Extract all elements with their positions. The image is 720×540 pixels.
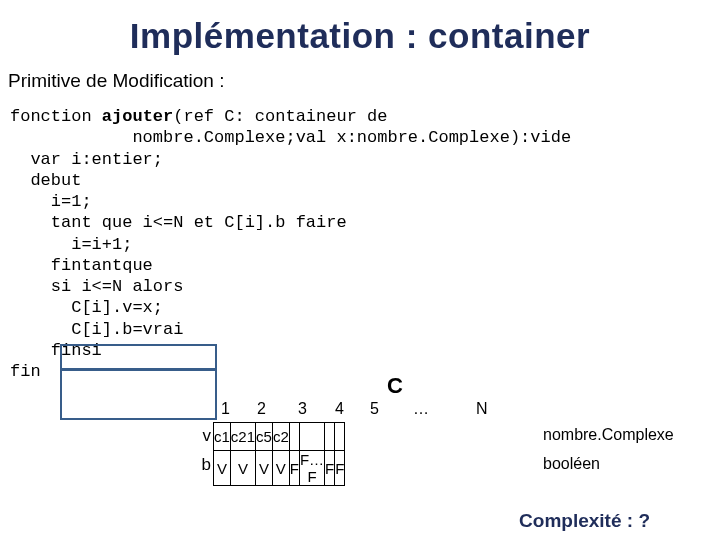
type-label-v: nombre.Complexe bbox=[543, 426, 674, 444]
cell-v-3: c5 bbox=[256, 423, 273, 451]
code-line-11: C[i].b=vrai bbox=[10, 320, 183, 339]
cell-b-7: F bbox=[325, 451, 335, 486]
cell-b-6: F…F bbox=[299, 451, 324, 486]
cell-v-6 bbox=[299, 423, 324, 451]
cell-v-8 bbox=[335, 423, 345, 451]
row-b: V V V V F F…F F F bbox=[214, 451, 345, 486]
code-line-1a: fonction bbox=[10, 107, 102, 126]
cell-b-5: F bbox=[289, 451, 299, 486]
index-2: 2 bbox=[257, 400, 266, 418]
code-line-6: tant que i<=N et C[i].b faire bbox=[10, 213, 347, 232]
cell-b-2: V bbox=[230, 451, 255, 486]
highlight-box-assignment bbox=[60, 369, 217, 420]
code-line-9: si i<=N alors bbox=[10, 277, 183, 296]
cell-b-3: V bbox=[256, 451, 273, 486]
code-line-2: nombre.Complexe;val x:nombre.Complexe):v… bbox=[10, 128, 571, 147]
cell-v-4: c2 bbox=[272, 423, 289, 451]
row-label-v: v bbox=[193, 426, 211, 446]
row-label-b: b bbox=[193, 455, 211, 475]
array-name-label: C bbox=[387, 373, 403, 399]
cell-v-2: c21 bbox=[230, 423, 255, 451]
code-line-1c: (ref C: containeur de bbox=[173, 107, 387, 126]
index-5: 5 bbox=[370, 400, 379, 418]
cell-v-5 bbox=[289, 423, 299, 451]
cell-v-7 bbox=[325, 423, 335, 451]
cell-b-4: V bbox=[272, 451, 289, 486]
slide-title: Implémentation : container bbox=[0, 0, 720, 56]
index-n: N bbox=[476, 400, 488, 418]
section-subtitle: Primitive de Modification : bbox=[0, 56, 720, 92]
array-grid: c1 c21 c5 c2 V V V V F F…F F F bbox=[213, 422, 345, 486]
index-dots: … bbox=[413, 400, 429, 418]
index-4: 4 bbox=[335, 400, 344, 418]
cell-v-1: c1 bbox=[214, 423, 231, 451]
complexity-label: Complexité : ? bbox=[519, 510, 650, 532]
code-line-10: C[i].v=x; bbox=[10, 298, 163, 317]
code-line-5: i=1; bbox=[10, 192, 92, 211]
code-line-7: i=i+1; bbox=[10, 235, 132, 254]
code-block: fonction ajouter(ref C: containeur de no… bbox=[0, 92, 720, 382]
row-v: c1 c21 c5 c2 bbox=[214, 423, 345, 451]
code-line-4: debut bbox=[10, 171, 81, 190]
type-label-b: booléen bbox=[543, 455, 600, 473]
index-3: 3 bbox=[298, 400, 307, 418]
highlight-box-condition bbox=[60, 344, 217, 370]
code-line-13: fin bbox=[10, 362, 41, 381]
index-1: 1 bbox=[221, 400, 230, 418]
cell-b-1: V bbox=[214, 451, 231, 486]
code-line-8: fintantque bbox=[10, 256, 153, 275]
code-line-3: var i:entier; bbox=[10, 150, 163, 169]
cell-b-8: F bbox=[335, 451, 345, 486]
code-fn-name: ajouter bbox=[102, 107, 173, 126]
